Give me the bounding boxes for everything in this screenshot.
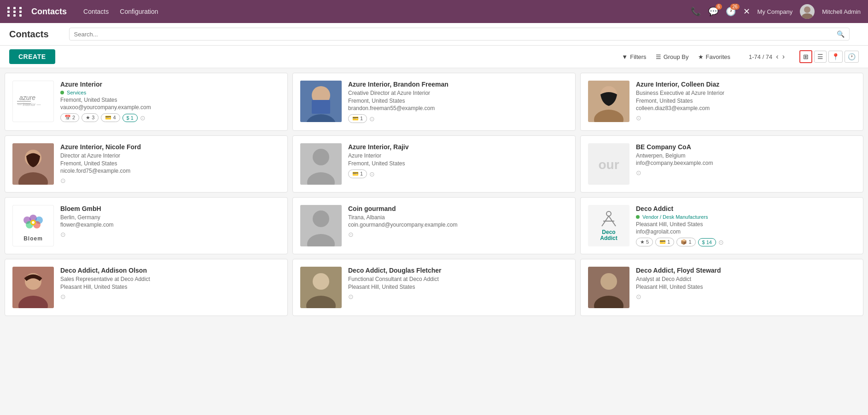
contact-card[interactable]: azure — interior — Azure Interior Servic… [5, 73, 288, 131]
contact-card[interactable]: Deco Addict, Douglas Fletcher Functional… [292, 259, 576, 316]
svg-text:azure: azure [19, 94, 35, 101]
map-view-button[interactable]: 📍 [828, 51, 843, 63]
contact-avatar: Bloem [12, 205, 54, 246]
top-navigation: Contacts Contacts Configuration 📞 💬 6 🕐 … [0, 0, 868, 23]
activity-schedule-icon[interactable]: ⊙ [369, 170, 375, 178]
contact-avatar [300, 267, 342, 308]
contact-title: Analyst at Deco Addict [636, 276, 856, 282]
contact-name: Deco Addict [636, 205, 856, 212]
contact-email: coin.gourmand@yourcompany.example.com [348, 222, 568, 228]
contact-name: Coin gourmand [348, 205, 568, 212]
contact-info: Bloem GmbH Berlin, Germany flower@exampl… [60, 205, 280, 238]
kanban-view-button[interactable]: ⊞ [799, 50, 812, 63]
svg-point-29 [606, 211, 611, 216]
contact-badges: ⊙ [636, 169, 856, 176]
create-button[interactable]: CREATE [9, 49, 55, 64]
groupby-label: Group By [664, 53, 689, 60]
activity-schedule-icon[interactable]: ⊙ [369, 115, 375, 123]
contact-name: Bloem GmbH [60, 205, 280, 212]
contact-avatar [588, 267, 629, 308]
contact-card[interactable]: Azure Interior, Nicole Ford Director at … [5, 135, 288, 193]
activity-schedule-icon[interactable]: ⊙ [718, 239, 724, 246]
contact-card[interactable]: our BE Company CoA Antwerpen, Belgium in… [580, 135, 863, 193]
badge-pill: 💳 1 [655, 238, 674, 246]
svg-point-27 [313, 210, 329, 227]
contact-title: Sales Representative at Deco Addict [60, 276, 280, 282]
phone-icon[interactable]: 📞 [691, 6, 701, 17]
badge-pill: ★ 5 [636, 238, 653, 246]
contact-location: Pleasant Hill, United States [636, 284, 856, 290]
contact-avatar [12, 267, 54, 308]
user-avatar[interactable] [800, 4, 815, 19]
contact-card[interactable]: Deco Addict, Floyd Steward Analyst at De… [580, 259, 863, 316]
topnav-right: 📞 💬 6 🕐 26 ✕ My Company Mitchell Admin [691, 4, 861, 19]
contact-location: Fremont, United States [60, 160, 280, 167]
contact-location: Antwerpen, Belgium [636, 152, 856, 159]
contact-card[interactable]: Azure Interior, Brandon Freeman Creative… [292, 73, 576, 131]
activity-icon[interactable]: 🕐 26 [726, 6, 736, 17]
contacts-grid: azure — interior — Azure Interior Servic… [0, 68, 868, 321]
activity-schedule-icon[interactable]: ⊙ [140, 114, 146, 122]
badge-currency: $ 1 [122, 114, 138, 122]
svg-text:— interior —: — interior — [17, 102, 41, 107]
chat-icon[interactable]: 💬 6 [708, 6, 718, 17]
badge-pill: 📅 2 [60, 113, 79, 122]
contact-email: nicole.ford75@example.com [60, 168, 280, 174]
activity-schedule-icon[interactable]: ⊙ [636, 293, 641, 300]
favorites-button[interactable]: ★ Favorites [698, 53, 730, 60]
contact-email: colleen.diaz83@example.com [636, 105, 856, 111]
list-view-button[interactable]: ☰ [814, 51, 827, 63]
contact-badges: ⊙ [60, 177, 280, 184]
prev-page-button[interactable]: ‹ [776, 53, 778, 61]
contact-card[interactable]: Azure Interior, Rajiv Azure Interior Fre… [292, 135, 576, 193]
pagination: 1-74 / 74 ‹ › [749, 53, 785, 61]
svg-point-1 [802, 13, 813, 19]
activity-schedule-icon[interactable]: ⊙ [636, 114, 641, 122]
contact-info: Azure Interior, Nicole Ford Director at … [60, 143, 280, 184]
contact-title: Director at Azure Interior [60, 152, 280, 159]
activity-schedule-icon[interactable]: ⊙ [60, 293, 66, 300]
contact-title: Business Executive at Azure Interior [636, 90, 856, 96]
badge-currency: $ 14 [698, 238, 716, 246]
chat-badge: 6 [716, 4, 722, 10]
page-title: Contacts [9, 29, 49, 40]
contact-email: info@agrolait.com [636, 228, 856, 235]
next-page-button[interactable]: › [782, 53, 785, 61]
app-menu-button[interactable] [7, 7, 24, 17]
view-toggles: ⊞ ☰ 📍 🕐 [799, 50, 859, 63]
contact-badges: ⊙ [60, 231, 280, 238]
contact-badges: ⊙ [636, 114, 856, 122]
username[interactable]: Mitchell Admin [822, 8, 861, 15]
activity-schedule-icon[interactable]: ⊙ [60, 177, 66, 184]
activity-schedule-icon[interactable]: ⊙ [636, 169, 641, 176]
contact-badges: ⊙ [636, 293, 856, 300]
activity-view-button[interactable]: 🕐 [845, 51, 859, 63]
contact-card[interactable]: Deco Addict, Addison Olson Sales Represe… [5, 259, 288, 316]
contact-info: Deco Addict, Douglas Fletcher Functional… [348, 267, 568, 300]
action-bar: CREATE ▼ Filters ☰ Group By ★ Favorites … [0, 46, 868, 68]
contact-location: Tirana, Albania [348, 214, 568, 221]
contact-avatar [12, 143, 54, 185]
nav-configuration[interactable]: Configuration [120, 8, 158, 15]
contact-location: Fremont, United States [636, 98, 856, 104]
company-name[interactable]: My Company [757, 8, 793, 15]
settings-icon[interactable]: ✕ [743, 6, 750, 17]
activity-schedule-icon[interactable]: ⊙ [348, 293, 354, 300]
contact-avatar [588, 81, 629, 122]
contact-card[interactable]: Bloem Bloem GmbH Berlin, Germany flower@… [5, 197, 288, 254]
contact-card[interactable]: Deco Addict Deco Addict Vendor / Desk Ma… [580, 197, 863, 254]
contact-badges: ★ 5💳 1📦 1$ 14⊙ [636, 238, 856, 246]
groupby-button[interactable]: ☰ Group By [656, 53, 689, 60]
favorites-icon: ★ [698, 53, 704, 60]
filters-button[interactable]: ▼ Filters [622, 53, 646, 60]
nav-contacts[interactable]: Contacts [83, 8, 109, 15]
contact-avatar: Deco Addict [588, 205, 629, 246]
contact-badges: 💳 1⊙ [348, 170, 568, 178]
contact-info: Azure Interior, Rajiv Azure Interior Fre… [348, 143, 568, 178]
contact-card[interactable]: Azure Interior, Colleen Diaz Business Ex… [580, 73, 863, 131]
contact-card[interactable]: Coin gourmand Tirana, Albania coin.gourm… [292, 197, 576, 254]
activity-schedule-icon[interactable]: ⊙ [348, 231, 354, 238]
activity-schedule-icon[interactable]: ⊙ [60, 231, 66, 238]
filter-icon: ▼ [622, 53, 628, 60]
search-input[interactable] [74, 31, 837, 38]
